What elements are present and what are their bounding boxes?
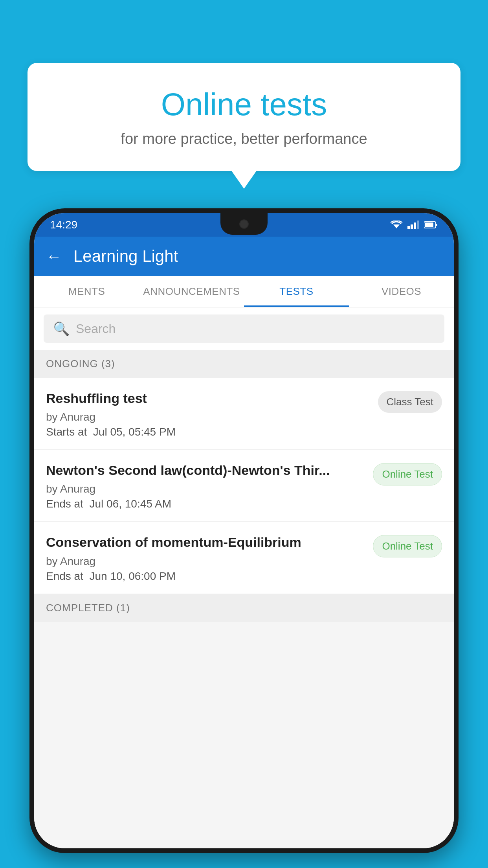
- completed-title: COMPLETED (1): [46, 602, 130, 614]
- svg-rect-4: [417, 221, 419, 229]
- test-item-3[interactable]: Conservation of momentum-Equilibrium by …: [34, 522, 454, 594]
- test-badge-1: Class Test: [378, 391, 442, 413]
- test-author-2: by Anurag: [46, 483, 365, 495]
- bubble-title: Online tests: [59, 86, 429, 123]
- svg-rect-2: [411, 224, 413, 229]
- test-author-1: by Anurag: [46, 411, 370, 423]
- test-name-3: Conservation of momentum-Equilibrium: [46, 533, 365, 551]
- status-icons: [390, 221, 438, 229]
- tab-ments[interactable]: MENTS: [34, 276, 139, 307]
- test-time-2: Ends at Jul 06, 10:45 AM: [46, 498, 365, 510]
- test-time-3: Ends at Jun 10, 06:00 PM: [46, 570, 365, 583]
- search-box[interactable]: 🔍 Search: [44, 314, 444, 343]
- phone-notch: [220, 213, 268, 235]
- search-placeholder: Search: [76, 322, 116, 336]
- speech-bubble: Online tests for more practice, better p…: [28, 63, 460, 171]
- phone-frame: 14:29: [29, 208, 459, 853]
- test-info-2: Newton's Second law(contd)-Newton's Thir…: [46, 462, 365, 510]
- wifi-icon: [390, 221, 403, 229]
- speech-bubble-container: Online tests for more practice, better p…: [28, 63, 460, 171]
- ongoing-section-header: ONGOING (3): [34, 350, 454, 378]
- back-button[interactable]: ←: [46, 248, 62, 265]
- signal-icon: [407, 221, 419, 229]
- ongoing-title: ONGOING (3): [46, 358, 115, 370]
- screen-content: 🔍 Search ONGOING (3) Reshuffling test by…: [34, 307, 454, 848]
- test-item-1[interactable]: Reshuffling test by Anurag Starts at Jul…: [34, 378, 454, 450]
- svg-rect-3: [414, 223, 416, 229]
- phone-wrapper: 14:29: [29, 208, 459, 868]
- svg-marker-0: [393, 224, 400, 228]
- test-time-1: Starts at Jul 05, 05:45 PM: [46, 426, 370, 438]
- search-icon: 🔍: [53, 321, 70, 337]
- test-name-1: Reshuffling test: [46, 390, 370, 407]
- search-container: 🔍 Search: [34, 307, 454, 350]
- test-badge-2: Online Test: [373, 463, 442, 485]
- tab-announcements[interactable]: ANNOUNCEMENTS: [139, 276, 244, 307]
- svg-rect-7: [425, 223, 433, 227]
- test-info-1: Reshuffling test by Anurag Starts at Jul…: [46, 390, 370, 438]
- phone-screen: 14:29: [34, 213, 454, 848]
- phone-camera: [239, 219, 249, 229]
- test-badge-3: Online Test: [373, 535, 442, 557]
- tab-videos[interactable]: VIDEOS: [349, 276, 454, 307]
- status-time: 14:29: [50, 219, 77, 231]
- svg-rect-1: [407, 226, 410, 229]
- test-info-3: Conservation of momentum-Equilibrium by …: [46, 533, 365, 582]
- completed-section-header: COMPLETED (1): [34, 594, 454, 622]
- app-title: Learning Light: [73, 247, 178, 266]
- test-name-2: Newton's Second law(contd)-Newton's Thir…: [46, 462, 365, 479]
- app-bar: ← Learning Light: [34, 237, 454, 276]
- test-item-2[interactable]: Newton's Second law(contd)-Newton's Thir…: [34, 450, 454, 522]
- svg-rect-6: [436, 224, 437, 226]
- test-author-3: by Anurag: [46, 555, 365, 568]
- bubble-subtitle: for more practice, better performance: [59, 131, 429, 147]
- tab-bar: MENTS ANNOUNCEMENTS TESTS VIDEOS: [34, 276, 454, 307]
- test-list: Reshuffling test by Anurag Starts at Jul…: [34, 378, 454, 594]
- battery-icon: [424, 221, 438, 229]
- tab-tests[interactable]: TESTS: [244, 276, 349, 307]
